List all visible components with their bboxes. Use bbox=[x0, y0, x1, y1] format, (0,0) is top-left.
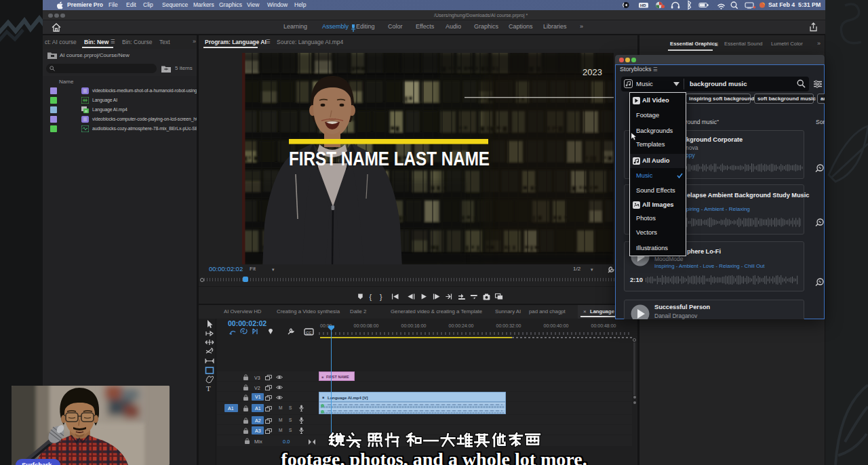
svg-text:HD: HD bbox=[640, 3, 646, 7]
svg-text:T: T bbox=[206, 384, 211, 392]
svg-text:}: } bbox=[380, 293, 382, 301]
svg-text:Surfshark: Surfshark bbox=[22, 461, 52, 465]
svg-text:FIRST NAME LAST NAME: FIRST NAME LAST NAME bbox=[289, 147, 490, 169]
svg-text:{: { bbox=[369, 293, 372, 301]
svg-text:2023: 2023 bbox=[583, 67, 602, 77]
svg-text:CC: CC bbox=[306, 331, 312, 335]
